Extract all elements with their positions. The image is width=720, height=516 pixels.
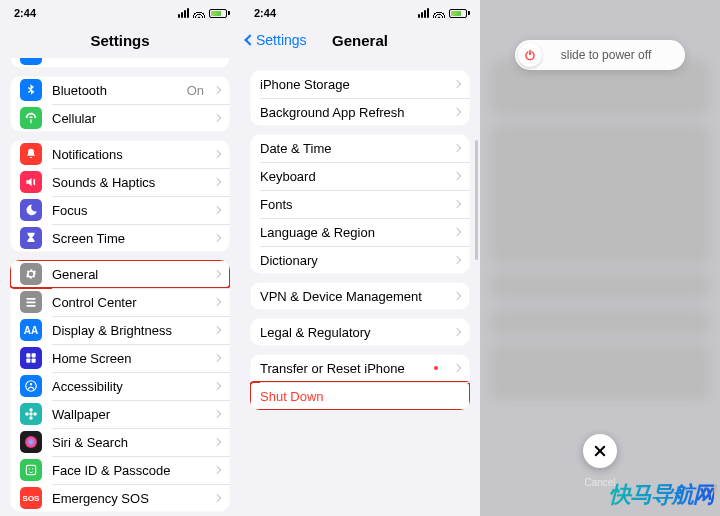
settings-row-accessibility[interactable]: Accessibility	[10, 372, 230, 400]
homescreen-icon	[20, 347, 42, 369]
status-bar: 2:44	[240, 0, 480, 22]
battery-icon	[209, 9, 230, 18]
row-label: Cellular	[52, 111, 204, 126]
svg-point-11	[29, 416, 33, 420]
general-icon	[20, 263, 42, 285]
row-label: Notifications	[52, 147, 204, 162]
svg-rect-15	[26, 465, 35, 474]
svg-rect-0	[26, 298, 35, 300]
update-dot-icon	[434, 366, 438, 370]
scrollbar[interactable]	[475, 140, 478, 260]
screenshot-settings-root: 2:44 Settings BluetoothOnCellularNotific…	[0, 0, 240, 516]
row-label: Date & Time	[260, 141, 444, 156]
svg-rect-6	[32, 359, 36, 363]
general-row-fonts[interactable]: Fonts	[250, 190, 470, 218]
row-label: Wallpaper	[52, 407, 204, 422]
row-label: Bluetooth	[52, 83, 177, 98]
chevron-right-icon	[213, 206, 221, 214]
svg-rect-2	[26, 305, 35, 307]
svg-point-9	[29, 412, 33, 416]
chevron-right-icon	[213, 382, 221, 390]
chevron-right-icon	[213, 234, 221, 242]
back-label: Settings	[256, 32, 307, 48]
chevron-right-icon	[213, 150, 221, 158]
status-time: 2:44	[254, 7, 276, 19]
chevron-right-icon	[453, 364, 461, 372]
general-row-transfer-or-reset-iphone[interactable]: Transfer or Reset iPhone	[250, 354, 470, 382]
chevron-right-icon	[453, 328, 461, 336]
row-label: Fonts	[260, 197, 444, 212]
row-label: Siri & Search	[52, 435, 204, 450]
chevron-left-icon	[244, 34, 255, 45]
svg-point-14	[25, 436, 37, 448]
chevron-right-icon	[213, 326, 221, 334]
row-label: Background App Refresh	[260, 105, 444, 120]
row-label: Keyboard	[260, 169, 444, 184]
general-row-shut-down[interactable]: Shut Down	[250, 382, 470, 410]
row-label: General	[52, 267, 204, 282]
settings-row-display[interactable]: AADisplay & Brightness	[10, 316, 230, 344]
signal-bars-icon	[178, 8, 189, 18]
status-bar: 2:44	[0, 0, 240, 22]
row-label: iPhone Storage	[260, 77, 444, 92]
settings-row-wallpaper[interactable]: Wallpaper	[10, 400, 230, 428]
focus-icon	[20, 199, 42, 221]
row-label: Accessibility	[52, 379, 204, 394]
row-label: Focus	[52, 203, 204, 218]
general-row-language-region[interactable]: Language & Region	[250, 218, 470, 246]
back-button[interactable]: Settings	[246, 32, 307, 48]
chevron-right-icon	[213, 354, 221, 362]
chevron-right-icon	[453, 108, 461, 116]
list-item[interactable]	[10, 58, 230, 68]
general-row-dictionary[interactable]: Dictionary	[250, 246, 470, 274]
cancel-label: Cancel	[584, 477, 615, 488]
settings-row-general[interactable]: General	[10, 260, 230, 288]
svg-point-12	[25, 412, 29, 416]
power-off-slider[interactable]: slide to power off	[515, 40, 685, 70]
svg-point-13	[33, 412, 37, 416]
settings-row-controlcenter[interactable]: Control Center	[10, 288, 230, 316]
settings-row-screentime[interactable]: Screen Time	[10, 224, 230, 252]
chevron-right-icon	[453, 292, 461, 300]
row-label: Control Center	[52, 295, 204, 310]
cellular-icon	[20, 107, 42, 129]
settings-row-siri[interactable]: Siri & Search	[10, 428, 230, 456]
cancel-button[interactable]	[583, 434, 617, 468]
general-row-background-app-refresh[interactable]: Background App Refresh	[250, 98, 470, 126]
chevron-right-icon	[453, 256, 461, 264]
wifi-icon	[433, 8, 445, 18]
chevron-right-icon	[453, 228, 461, 236]
general-row-keyboard[interactable]: Keyboard	[250, 162, 470, 190]
chevron-right-icon	[213, 178, 221, 186]
row-label: Display & Brightness	[52, 323, 204, 338]
settings-row-sos[interactable]: SOSEmergency SOS	[10, 484, 230, 512]
settings-row-faceid[interactable]: Face ID & Passcode	[10, 456, 230, 484]
settings-row-homescreen[interactable]: Home Screen	[10, 344, 230, 372]
signal-bars-icon	[418, 8, 429, 18]
wifi-icon	[193, 8, 205, 18]
settings-row-sounds[interactable]: Sounds & Haptics	[10, 168, 230, 196]
settings-row-cellular[interactable]: Cellular	[10, 104, 230, 132]
settings-row-notifications[interactable]: Notifications	[10, 140, 230, 168]
settings-row-bluetooth[interactable]: BluetoothOn	[10, 76, 230, 104]
notifications-icon	[20, 143, 42, 165]
faceid-icon	[20, 459, 42, 481]
chevron-right-icon	[453, 172, 461, 180]
general-row-legal-regulatory[interactable]: Legal & Regulatory	[250, 318, 470, 346]
general-row-date-time[interactable]: Date & Time	[250, 134, 470, 162]
chevron-right-icon	[213, 114, 221, 122]
navbar: Settings	[0, 22, 240, 58]
close-icon	[594, 445, 606, 457]
settings-row-focus[interactable]: Focus	[10, 196, 230, 224]
battery-icon	[449, 9, 470, 18]
svg-point-8	[30, 383, 32, 385]
svg-rect-3	[26, 353, 30, 357]
row-label: Dictionary	[260, 253, 444, 268]
screenshot-general: 2:44 Settings General iPhone StorageBack…	[240, 0, 480, 516]
general-row-iphone-storage[interactable]: iPhone Storage	[250, 70, 470, 98]
sos-icon: SOS	[20, 487, 42, 509]
svg-point-16	[29, 468, 30, 469]
general-row-vpn-device-management[interactable]: VPN & Device Management	[250, 282, 470, 310]
slider-label: slide to power off	[530, 48, 682, 62]
controlcenter-icon	[20, 291, 42, 313]
